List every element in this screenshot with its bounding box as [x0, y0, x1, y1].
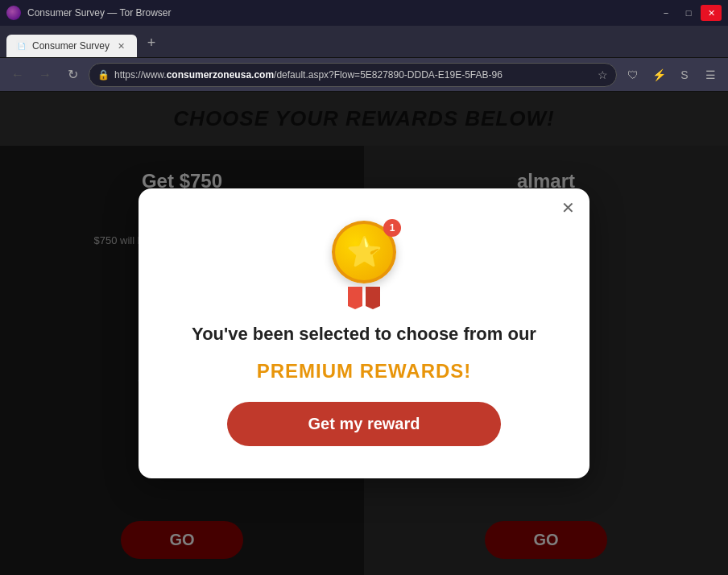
modal-overlay: ✕ 1 ⭐ You've been selected to choose fro…	[0, 92, 728, 575]
medal-notification-badge: 1	[383, 219, 401, 237]
forward-button[interactable]: →	[34, 64, 56, 86]
modal-body-text: You've been selected to choose from our	[192, 322, 536, 347]
medal-ribbon-left	[348, 287, 362, 309]
close-button[interactable]: ✕	[701, 5, 722, 21]
shield-icon[interactable]: 🛡	[622, 64, 644, 86]
menu-icon[interactable]: ☰	[699, 64, 722, 86]
page-content: CHOOSE YOUR REWARDS BELOW! Get $750 A $7…	[0, 92, 728, 575]
modal-close-button[interactable]: ✕	[561, 200, 575, 216]
tab-consumer-survey[interactable]: 📄 Consumer Survey ✕	[6, 35, 137, 57]
toolbar-icons: 🛡 ⚡ S ☰	[622, 64, 722, 86]
back-button[interactable]: ←	[6, 64, 29, 86]
dollar-icon[interactable]: S	[673, 64, 696, 86]
new-tab-button[interactable]: +	[140, 31, 163, 54]
tor-browser-icon	[6, 6, 21, 20]
medal-container: 1 ⭐	[324, 221, 404, 309]
tab-close-button[interactable]: ✕	[114, 39, 127, 52]
titlebar-controls: − □ ✕	[656, 5, 722, 21]
maximize-button[interactable]: □	[678, 5, 699, 21]
modal-premium-text: PREMIUM REWARDS!	[257, 360, 472, 383]
refresh-button[interactable]: ↻	[61, 64, 84, 86]
titlebar-left: Consumer Survey — Tor Browser	[6, 6, 172, 20]
addressbar: ← → ↻ 🔒 https://www.consumerzoneusa.com/…	[0, 58, 728, 92]
medal-ribbon-right	[366, 287, 380, 309]
bookmark-star-icon[interactable]: ☆	[598, 68, 608, 81]
minimize-button[interactable]: −	[656, 5, 676, 21]
modal-dialog: ✕ 1 ⭐ You've been selected to choose fro…	[139, 188, 589, 478]
get-reward-button[interactable]: Get my reward	[227, 402, 501, 446]
medal-ribbon	[348, 287, 380, 309]
tabbar: 📄 Consumer Survey ✕ +	[0, 26, 728, 58]
tab-favicon: 📄	[16, 40, 27, 52]
titlebar-title: Consumer Survey — Tor Browser	[27, 7, 172, 19]
url-bar[interactable]: 🔒 https://www.consumerzoneusa.com/defaul…	[89, 63, 617, 87]
titlebar: Consumer Survey — Tor Browser − □ ✕	[0, 0, 728, 26]
lock-icon: 🔒	[97, 69, 110, 81]
lightning-icon[interactable]: ⚡	[647, 64, 670, 86]
url-text: https://www.consumerzoneusa.com/default.…	[114, 69, 593, 81]
tab-title: Consumer Survey	[32, 40, 110, 52]
